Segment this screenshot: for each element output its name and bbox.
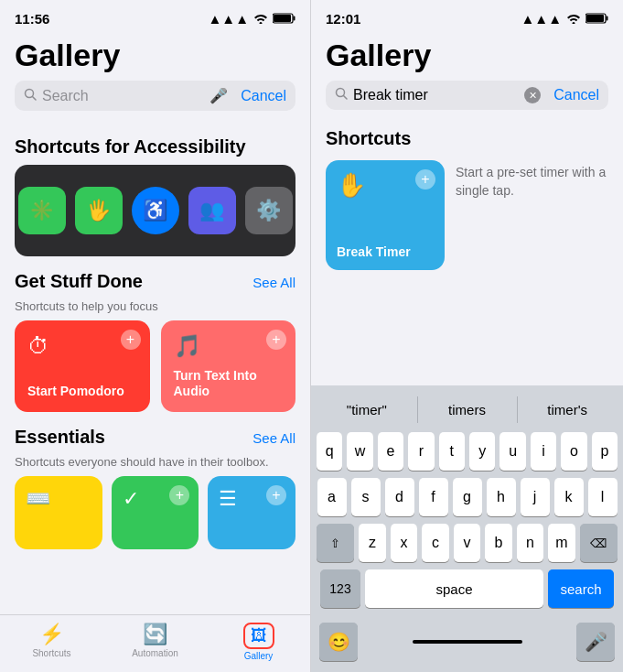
key-b[interactable]: b (485, 524, 511, 562)
accessibility-title: Shortcuts for Accessibility (15, 136, 246, 157)
acc-icon-people: 👥 (188, 187, 236, 234)
key-s[interactable]: s (351, 478, 381, 516)
key-d[interactable]: d (385, 478, 414, 516)
key-z[interactable]: z (359, 524, 385, 562)
key-g[interactable]: g (453, 478, 482, 516)
getstuffdone-see-all[interactable]: See All (252, 275, 295, 290)
essentials-subtitle: Shortcuts everyone should have in their … (15, 455, 295, 469)
key-f[interactable]: f (419, 478, 448, 516)
acc-icon-asterisk: ✳️ (18, 187, 66, 234)
key-r[interactable]: r (408, 432, 434, 471)
key-row-1: q w e r t y u i o p (317, 432, 618, 471)
tab-gallery[interactable]: 🖼 Gallery (207, 623, 310, 661)
key-v[interactable]: v (454, 524, 480, 562)
search-icon (24, 88, 37, 104)
key-c[interactable]: c (422, 524, 448, 562)
shortcut-card-pomodoro[interactable]: ⏱ + Start Pomodoro (15, 320, 150, 412)
right-wifi-icon (566, 11, 581, 27)
home-bar-line (413, 640, 522, 644)
right-panel: 12:01 ▲▲▲ Gallery Break timer ✕ Cancel S… (311, 0, 623, 672)
key-row-2: a s d f g h j k l (317, 478, 618, 516)
dictation-key[interactable]: 🎤 (576, 623, 615, 661)
key-t[interactable]: t (439, 432, 465, 471)
break-timer-card[interactable]: ✋ + Break Timer (326, 160, 445, 270)
accessibility-card[interactable]: ✳️ 🖐 ♿ 👥 ⚙️ (15, 165, 295, 256)
essentials-card-3[interactable]: ☰ + (208, 476, 295, 549)
shortcut-card-audio[interactable]: 🎵 + Turn Text Into Audio (161, 320, 296, 412)
essentials-card-1[interactable]: ⌨️ (15, 476, 102, 549)
key-l[interactable]: l (588, 478, 618, 516)
key-x[interactable]: x (391, 524, 417, 562)
key-e[interactable]: e (378, 432, 403, 471)
autocomplete-timers[interactable]: timers (417, 396, 517, 423)
right-time: 12:01 (326, 11, 360, 27)
break-timer-name: Break Timer (337, 244, 434, 259)
gallery-tab-label: Gallery (244, 651, 274, 661)
search-key[interactable]: search (548, 569, 614, 608)
left-time: 11:56 (15, 11, 49, 27)
right-status-icons: ▲▲▲ (521, 11, 608, 27)
getstuffdone-title: Get Stuff Done (15, 271, 143, 292)
key-q[interactable]: q (317, 432, 342, 471)
key-w[interactable]: w (347, 432, 372, 471)
autocomplete-timers-possessive[interactable]: timer's (517, 396, 617, 423)
tab-shortcuts[interactable]: ⚡ Shortcuts (0, 623, 103, 661)
key-y[interactable]: y (469, 432, 495, 471)
gallery-tab-icon: 🖼 (251, 626, 267, 645)
battery-icon (273, 11, 295, 27)
key-k[interactable]: k (554, 478, 584, 516)
audio-add-icon[interactable]: + (266, 330, 286, 350)
mic-icon: 🎤 (209, 87, 228, 104)
autocomplete-timer-quoted[interactable]: "timer" (317, 396, 416, 423)
keyboard-rows: q w e r t y u i o p a s d f g h j k l (314, 428, 620, 619)
numbers-key[interactable]: 123 (320, 569, 360, 608)
shortcuts-result-title: Shortcuts (326, 128, 608, 149)
gallery-tab-highlight: 🖼 (243, 623, 274, 649)
right-scroll-content: Shortcuts ✋ + Break Timer Start a pre-se… (311, 121, 623, 385)
pomodoro-add-icon[interactable]: + (121, 330, 141, 350)
result-description: Start a pre-set timer with a single tap. (456, 160, 608, 200)
emoji-key[interactable]: 😊 (319, 623, 358, 661)
break-timer-add-button[interactable]: + (415, 169, 435, 190)
key-n[interactable]: n (517, 524, 543, 562)
delete-key[interactable]: ⌫ (580, 524, 618, 562)
right-cancel-button[interactable]: Cancel (553, 87, 599, 103)
keyboard: "timer" timers timer's q w e r t y u i o… (311, 385, 623, 672)
key-p[interactable]: p (592, 432, 618, 471)
key-h[interactable]: h (487, 478, 516, 516)
shortcuts-tab-icon: ⚡ (39, 623, 64, 646)
key-o[interactable]: o (561, 432, 586, 471)
svg-line-9 (344, 96, 348, 100)
essentials-row: ⌨️ ✓ + ☰ + (15, 476, 295, 549)
key-j[interactable]: j (521, 478, 550, 516)
left-cancel-button[interactable]: Cancel (241, 88, 286, 104)
key-a[interactable]: a (317, 478, 347, 516)
clear-search-button[interactable]: ✕ (524, 87, 541, 103)
acc-icon-hand: 🖐 (75, 187, 123, 234)
right-status-bar: 12:01 ▲▲▲ (311, 0, 623, 30)
shift-key[interactable]: ⇧ (317, 524, 354, 562)
keyboard-icon: ⌨️ (26, 487, 91, 511)
essentials-card-2[interactable]: ✓ + (112, 476, 199, 549)
essentials-header: Essentials See All (15, 427, 295, 448)
right-search-bar[interactable]: Break timer ✕ Cancel (326, 81, 608, 110)
tab-automation[interactable]: 🔄 Automation (103, 623, 207, 661)
left-search-bar[interactable]: Search 🎤 Cancel (15, 81, 295, 111)
essentials-add-icon-2[interactable]: + (266, 485, 286, 505)
getstuffdone-header: Get Stuff Done See All (15, 271, 295, 292)
left-scroll-content: Shortcuts for Accessibility ✳️ 🖐 ♿ 👥 ⚙️ … (0, 122, 310, 614)
svg-rect-6 (607, 16, 608, 21)
space-key[interactable]: space (365, 569, 543, 608)
key-u[interactable]: u (499, 432, 525, 471)
right-signal-icon: ▲▲▲ (521, 11, 562, 27)
key-m[interactable]: m (548, 524, 575, 562)
home-bar (413, 633, 522, 651)
audio-name: Turn Text Into Audio (174, 368, 284, 399)
result-row: ✋ + Break Timer Start a pre-set timer wi… (326, 160, 608, 270)
automation-tab-label: Automation (132, 648, 178, 658)
shortcuts-grid: ⏱ + Start Pomodoro 🎵 + Turn Text Into Au… (15, 320, 295, 412)
right-search-query: Break timer (353, 87, 519, 103)
wifi-icon (253, 11, 268, 27)
key-i[interactable]: i (531, 432, 556, 471)
essentials-see-all[interactable]: See All (252, 430, 295, 446)
